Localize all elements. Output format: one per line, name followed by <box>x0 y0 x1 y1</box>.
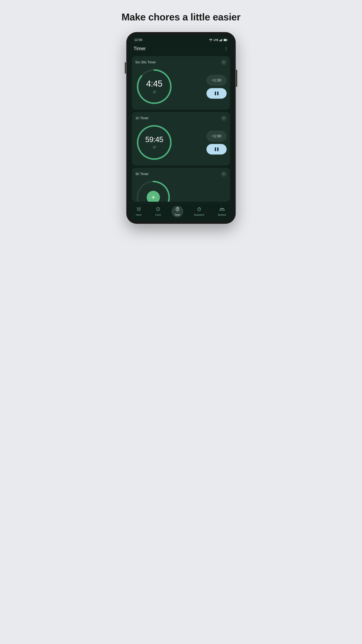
svg-rect-20 <box>222 208 224 209</box>
timer-card-1-header: 5m 30s Timer ✕ <box>135 60 227 65</box>
clock-icon <box>156 207 160 212</box>
svg-rect-0 <box>219 40 220 41</box>
stopwatch-icon <box>197 207 201 212</box>
svg-rect-19 <box>221 208 222 209</box>
timer-2-circle[interactable]: 59:45 ↺ <box>135 124 173 161</box>
nav-alarm-label: Alarm <box>136 214 142 216</box>
timer-icon <box>175 207 180 212</box>
clock-svg <box>156 207 160 211</box>
status-icons: LTE <box>209 38 228 42</box>
alarm-icon <box>136 207 141 212</box>
timer-card-2: 1h Timer ✕ 59:45 ↺ <box>132 112 230 166</box>
timer-3-label: 3h Timer <box>135 172 149 176</box>
nav-timer-label: Timer <box>175 214 180 216</box>
timer-1-center: 4:45 ↺ <box>146 78 162 95</box>
timer-1-display: 4:45 <box>146 78 162 89</box>
pause-icon-2 <box>215 147 219 151</box>
svg-rect-18 <box>220 209 224 210</box>
svg-rect-1 <box>220 40 221 41</box>
lte-label: LTE <box>214 38 218 42</box>
timer-2-pause-btn[interactable] <box>206 144 227 154</box>
timer-2-center: 59:45 ↺ <box>145 135 163 150</box>
timer-2-display: 59:45 <box>145 135 163 144</box>
timer-1-reset-icon[interactable]: ↺ <box>153 90 156 95</box>
timer-1-label: 5m 30s Timer <box>135 60 156 64</box>
bedtime-icon <box>220 207 225 212</box>
svg-rect-14 <box>177 207 178 208</box>
more-options-icon[interactable]: ⋮ <box>224 46 229 51</box>
pause-icon-1 <box>215 92 219 95</box>
timer-2-close-btn[interactable]: ✕ <box>221 115 227 121</box>
timer-card-2-header: 1h Timer ✕ <box>135 115 227 121</box>
timer-1-body: 4:45 ↺ +1:00 <box>135 68 227 106</box>
timer-1-add-btn[interactable]: +1:00 <box>206 75 227 86</box>
headline: Make chores a little easier <box>121 11 240 23</box>
status-time: 12:00 <box>134 38 142 42</box>
nav-stopwatch[interactable]: Stopwatch <box>191 206 207 217</box>
scroll-content: 5m 30s Timer ✕ 4:45 ↺ <box>129 54 233 203</box>
phone-screen: 12:00 LTE <box>129 35 233 221</box>
svg-rect-3 <box>222 39 223 41</box>
bedtime-svg <box>220 207 225 211</box>
timer-2-body: 59:45 ↺ +1:00 <box>135 124 227 161</box>
battery-icon <box>224 39 228 41</box>
nav-bedtime-label: Bedtime <box>218 214 226 216</box>
nav-clock-label: Clock <box>155 214 161 216</box>
alarm-svg <box>136 207 141 211</box>
timer-2-label: 1h Timer <box>135 116 149 120</box>
timer-card-3-header: 3h Timer ✕ <box>135 171 227 177</box>
timer-3-close-btn[interactable]: ✕ <box>221 171 227 177</box>
timer-2-reset-icon[interactable]: ↺ <box>153 145 156 150</box>
stopwatch-svg <box>197 207 201 211</box>
nav-clock[interactable]: Clock <box>152 206 164 217</box>
nav-bedtime[interactable]: Bedtime <box>215 206 229 217</box>
svg-rect-5 <box>224 40 226 41</box>
app-header: Timer ⋮ <box>129 44 233 54</box>
timer-svg <box>175 207 180 211</box>
timer-3-circle: + <box>135 180 171 202</box>
nav-alarm[interactable]: Alarm <box>133 206 145 217</box>
page-wrapper: Make chores a little easier 12:00 LTE <box>104 11 258 224</box>
timer-1-actions: +1:00 <box>206 75 227 99</box>
timer-1-circle[interactable]: 4:45 ↺ <box>135 68 173 106</box>
timer-card-3: 3h Timer ✕ + <box>132 168 230 202</box>
svg-rect-17 <box>199 207 200 208</box>
timer-card-1: 5m 30s Timer ✕ 4:45 ↺ <box>132 56 230 110</box>
phone-frame: 12:00 LTE <box>126 32 236 224</box>
signal-icon <box>219 39 223 41</box>
nav-timer[interactable]: Timer <box>172 206 183 217</box>
timer-1-pause-btn[interactable] <box>206 88 227 99</box>
status-bar: 12:00 LTE <box>129 35 233 44</box>
bottom-nav: Alarm Clock <box>129 203 233 221</box>
timer-1-close-btn[interactable]: ✕ <box>221 60 227 65</box>
timer-2-actions: +1:00 <box>206 130 227 154</box>
app-title: Timer <box>133 46 146 52</box>
timer-2-add-btn[interactable]: +1:00 <box>206 130 227 142</box>
nav-stopwatch-label: Stopwatch <box>194 214 204 216</box>
wifi-icon <box>209 39 213 41</box>
svg-rect-2 <box>221 39 222 41</box>
